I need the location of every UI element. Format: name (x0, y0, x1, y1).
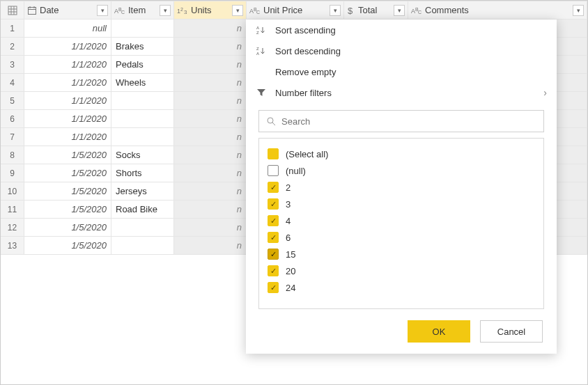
cell-item[interactable]: Wheels (111, 74, 174, 92)
cell-item[interactable]: Jerseys (111, 182, 174, 201)
filter-value-row[interactable]: (null) (268, 162, 535, 179)
filter-dropdown-date[interactable]: ▾ (97, 5, 108, 16)
filter-value-row[interactable]: ✓15 (268, 246, 535, 262)
filter-value-label: 15 (286, 249, 295, 260)
cell-item[interactable]: Pedals (111, 56, 174, 74)
row-header[interactable]: 6 (1, 110, 24, 128)
cell-units[interactable]: n (174, 74, 247, 92)
header-total[interactable]: $ Total ▾ (344, 1, 408, 19)
row-header[interactable]: 7 (1, 128, 24, 146)
filter-search-input[interactable] (281, 116, 536, 127)
filter-dropdown-unit-price[interactable]: ▾ (330, 5, 341, 16)
header-date[interactable]: Date ▾ (24, 1, 111, 19)
filter-value-row[interactable]: ✓24 (268, 279, 535, 296)
header-comments[interactable]: ABC Comments ▾ (408, 1, 587, 19)
row-header[interactable]: 2 (1, 38, 24, 56)
cell-item[interactable] (111, 237, 174, 255)
row-header[interactable]: 13 (1, 237, 24, 255)
filter-value-row[interactable]: ✓20 (268, 262, 535, 279)
filter-value-row[interactable]: ✓4 (268, 212, 535, 229)
date-type-icon (27, 6, 37, 15)
checkbox[interactable]: ✓ (268, 282, 279, 293)
filter-value-row[interactable]: ✓3 (268, 196, 535, 212)
filter-value-row[interactable]: (Select all) (268, 146, 535, 162)
cell-item[interactable] (111, 19, 174, 38)
filter-dropdown-item[interactable]: ▾ (160, 5, 171, 16)
filter-value-row[interactable]: ✓2 (268, 179, 535, 196)
cell-date[interactable]: 1/1/2020 (24, 38, 111, 56)
filter-dropdown-total[interactable]: ▾ (394, 5, 405, 16)
header-comments-label: Comments (425, 5, 570, 15)
cell-units[interactable]: n (174, 56, 247, 74)
sort-descending[interactable]: ZA Sort descending (246, 40, 557, 61)
row-header[interactable]: 12 (1, 219, 24, 237)
cell-date[interactable]: 1/1/2020 (24, 92, 111, 110)
ok-button[interactable]: OK (408, 320, 470, 343)
cell-units[interactable]: n (174, 237, 247, 255)
cell-units[interactable]: n (174, 92, 247, 110)
row-header[interactable]: 1 (1, 19, 24, 38)
cell-units[interactable]: n (174, 219, 247, 237)
header-unit-price[interactable]: ABC Unit Price ▾ (247, 1, 344, 19)
cell-units[interactable]: n (174, 182, 247, 201)
cell-units[interactable]: n (174, 19, 247, 38)
cell-date[interactable]: 1/1/2020 (24, 110, 111, 128)
row-header[interactable]: 4 (1, 74, 24, 92)
filter-search[interactable] (258, 110, 544, 132)
cancel-button[interactable]: Cancel (480, 320, 543, 343)
checkbox[interactable] (268, 148, 279, 159)
cell-units[interactable]: n (174, 201, 247, 219)
checkbox[interactable]: ✓ (268, 215, 279, 226)
cell-item[interactable]: Socks (111, 146, 174, 164)
cell-date[interactable]: 1/5/2020 (24, 237, 111, 255)
cell-date[interactable]: 1/5/2020 (24, 146, 111, 164)
cell-date[interactable]: 1/5/2020 (24, 219, 111, 237)
row-header[interactable]: 8 (1, 146, 24, 164)
cell-item[interactable]: Road Bike (111, 201, 174, 219)
row-header[interactable]: 5 (1, 92, 24, 110)
cell-date[interactable]: 1/1/2020 (24, 56, 111, 74)
filter-value-row[interactable]: ✓6 (268, 229, 535, 246)
cell-units[interactable]: n (174, 110, 247, 128)
filter-dropdown-units[interactable]: ▾ (232, 5, 243, 16)
row-header[interactable]: 10 (1, 182, 24, 201)
cell-item[interactable] (111, 128, 174, 146)
filter-popup-units: AZ Sort ascending ZA Sort descending Rem… (246, 19, 557, 354)
checkbox[interactable]: ✓ (268, 265, 279, 276)
filter-value-label: (null) (286, 166, 306, 176)
cell-item[interactable]: Shorts (111, 164, 174, 182)
row-header[interactable]: 3 (1, 56, 24, 74)
cell-date[interactable]: null (24, 19, 111, 38)
checkbox[interactable]: ✓ (268, 182, 279, 193)
checkbox[interactable]: ✓ (268, 249, 279, 260)
header-date-label: Date (40, 5, 94, 15)
checkbox[interactable] (268, 165, 279, 176)
cell-date[interactable]: 1/1/2020 (24, 128, 111, 146)
cell-date[interactable]: 1/5/2020 (24, 201, 111, 219)
select-all-corner[interactable] (1, 1, 24, 19)
column-item: ABC Item ▾ BrakesPedalsWheelsSocksShorts… (111, 1, 174, 255)
cell-date[interactable]: 1/5/2020 (24, 182, 111, 201)
cell-date[interactable]: 1/1/2020 (24, 74, 111, 92)
checkbox[interactable]: ✓ (268, 198, 279, 210)
cell-units[interactable]: n (174, 128, 247, 146)
remove-empty[interactable]: Remove empty (246, 61, 557, 82)
sort-ascending[interactable]: AZ Sort ascending (246, 19, 557, 40)
filter-dropdown-comments[interactable]: ▾ (573, 5, 584, 16)
header-item[interactable]: ABC Item ▾ (111, 1, 174, 19)
cell-item[interactable]: Brakes (111, 38, 174, 56)
cell-units[interactable]: n (174, 164, 247, 182)
filter-value-label: 20 (286, 266, 295, 276)
filter-values-panel: (Select all)(null)✓2✓3✓4✓6✓15✓20✓24 (258, 138, 544, 309)
checkbox[interactable]: ✓ (268, 232, 279, 243)
number-filters[interactable]: Number filters › (246, 82, 557, 103)
row-header[interactable]: 11 (1, 201, 24, 219)
cell-item[interactable] (111, 92, 174, 110)
cell-date[interactable]: 1/5/2020 (24, 164, 111, 182)
cell-item[interactable] (111, 110, 174, 128)
header-units[interactable]: 123 Units ▾ (174, 1, 247, 19)
cell-item[interactable] (111, 219, 174, 237)
cell-units[interactable]: n (174, 146, 247, 164)
cell-units[interactable]: n (174, 38, 247, 56)
row-header[interactable]: 9 (1, 164, 24, 182)
